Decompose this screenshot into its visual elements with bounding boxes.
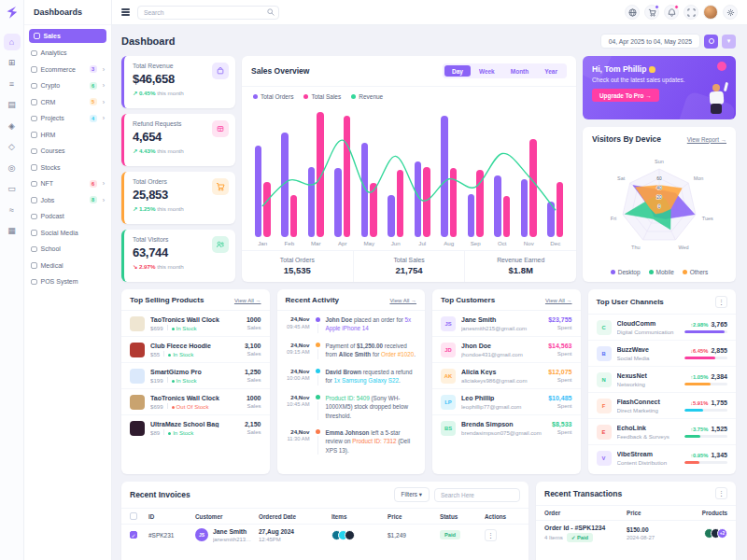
- hamburger-menu-icon[interactable]: [121, 8, 130, 15]
- channel-logo: B: [597, 346, 612, 361]
- date-dropdown-button[interactable]: ▾: [722, 35, 736, 49]
- view-report-link[interactable]: View Report →: [687, 136, 726, 143]
- legend-item: Desktop: [611, 269, 641, 275]
- timeline-dot: [316, 369, 320, 373]
- filters-button[interactable]: Filters ▾: [394, 487, 430, 502]
- channel-list-item: B BuzzWave Social Media ↓6.45% 2,855: [588, 340, 737, 366]
- card-title: Top Selling Products: [130, 296, 204, 304]
- sidebar-item[interactable]: Medical: [24, 258, 111, 274]
- circle-icon: [709, 38, 714, 44]
- channel-logo: N: [597, 372, 612, 387]
- period-tab[interactable]: Week: [472, 65, 502, 77]
- sidebar-item[interactable]: Jobs 8 ›: [24, 192, 111, 209]
- card-title: Recent Activity: [286, 296, 340, 304]
- date-refresh-button[interactable]: [704, 35, 718, 49]
- pages-icon[interactable]: ▤: [4, 96, 21, 113]
- language-globe-icon[interactable]: [625, 5, 640, 20]
- sidebar-item[interactable]: NFT 6 ›: [24, 175, 111, 192]
- upgrade-promo-card: Hi, Tom Phillip Check out the latest sal…: [583, 56, 736, 119]
- sidebar-item[interactable]: Analytics: [24, 45, 111, 62]
- channel-bar-fill: [684, 383, 711, 385]
- sidebar-item[interactable]: Projects 4 ›: [24, 110, 111, 127]
- explore-icon[interactable]: ◎: [4, 160, 21, 176]
- select-all-checkbox[interactable]: [130, 512, 137, 520]
- notifications-bell-icon[interactable]: [664, 5, 679, 20]
- sidebar-item-label: Ecommerce: [41, 66, 76, 73]
- brand-logo-icon[interactable]: [5, 6, 19, 20]
- sidebar-item-badge: 5: [90, 98, 97, 105]
- sidebar-item-label: Stocks: [41, 164, 61, 171]
- sidebar-item[interactable]: CRM 5 ›: [24, 94, 111, 111]
- sidebar-item[interactable]: Podcast: [24, 208, 111, 225]
- customer-avatar: JD: [441, 343, 456, 357]
- charts-icon[interactable]: ≈: [4, 202, 21, 218]
- upgrade-pro-button[interactable]: Upgrade To Pro →: [592, 89, 659, 102]
- tables-icon[interactable]: ▦: [4, 222, 21, 239]
- chart-legend: Total Orders Total Sales Revenue: [253, 93, 565, 100]
- sidebar-item[interactable]: Crypto 6 ›: [24, 77, 111, 94]
- promo-greeting: Hi, Tom Phillip: [592, 64, 726, 74]
- sidebar-item[interactable]: HRM: [24, 127, 111, 144]
- channel-bar-fill: [684, 330, 725, 333]
- visitors-by-device-card: Visitors By Device View Report → SunMonT…: [583, 127, 736, 282]
- row-checkbox[interactable]: ✓: [130, 531, 137, 539]
- view-all-link[interactable]: View All →: [234, 298, 261, 303]
- customer-email: aliciakeys986@gmail.com: [461, 377, 543, 384]
- activity-item: 24,Nov09:45 AM John Doe placed an order …: [277, 311, 426, 337]
- channel-trend: ↑2.98%: [690, 322, 708, 328]
- customer-name: Alicia Keys: [461, 369, 543, 375]
- invoice-search-input[interactable]: [434, 488, 520, 502]
- date-range-picker[interactable]: 04, Apr 2025 to 04, May 2025: [600, 34, 700, 49]
- sidebar-nav: Sales Analytics Ecommerce 3 ›: [24, 25, 111, 290]
- apps-grid-icon[interactable]: ⊞: [4, 54, 21, 71]
- row-actions-icon[interactable]: ⋮: [485, 529, 497, 541]
- more-options-icon[interactable]: ⋮: [715, 296, 727, 308]
- sidebar-item[interactable]: Courses: [24, 143, 111, 160]
- channel-name: CloudComm: [617, 320, 680, 327]
- cart-icon[interactable]: [644, 5, 659, 20]
- sidebar-item-label: Projects: [41, 115, 64, 121]
- product-meta: $89In Stock: [150, 429, 239, 436]
- home-icon[interactable]: ⌂: [4, 34, 21, 50]
- activity-text: Payment of $1,250.00 received from Alice…: [326, 342, 417, 359]
- period-tab[interactable]: Month: [503, 65, 537, 77]
- more-options-icon[interactable]: ⋮: [715, 487, 727, 499]
- sidebar-item[interactable]: Sales: [29, 29, 106, 43]
- sidebar-item[interactable]: POS System: [24, 273, 111, 290]
- fullscreen-icon[interactable]: [684, 5, 698, 20]
- topbar: [112, 0, 747, 25]
- period-tab[interactable]: Year: [537, 65, 565, 77]
- chart-footer: Total Orders15,535 Total Sales21,754 Rev…: [242, 250, 576, 283]
- components-icon[interactable]: ◈: [4, 118, 21, 134]
- product-name: TaoTronics Wall Clock: [150, 316, 241, 323]
- product-meta: $55In Stock: [150, 351, 239, 357]
- product-thumbnail: [130, 343, 145, 357]
- customer-email: brendasimpson075@gmail.com: [461, 429, 546, 436]
- sidebar-item[interactable]: Stocks: [24, 160, 111, 176]
- menu-item-icon: [31, 164, 37, 171]
- product-name: TaoTronics Wall Clock: [150, 395, 241, 401]
- sidebar-item[interactable]: Ecommerce 3 ›: [24, 62, 111, 78]
- settings-gear-icon[interactable]: [723, 5, 738, 20]
- search-input[interactable]: [137, 6, 279, 20]
- channel-name: FlashConnect: [617, 399, 680, 405]
- user-avatar[interactable]: [703, 5, 718, 20]
- menu-item-icon: [31, 66, 37, 73]
- layers-icon[interactable]: ≡: [4, 76, 21, 92]
- sidebar-item[interactable]: Social Media: [24, 225, 111, 242]
- period-tab[interactable]: Day: [444, 65, 471, 77]
- cards-icon[interactable]: ▭: [4, 180, 21, 197]
- view-all-link[interactable]: View All →: [545, 298, 572, 303]
- sidebar-item-badge: 6: [90, 82, 97, 90]
- sidebar-item[interactable]: School: [24, 241, 111, 258]
- customer-email: jhondoe431@gmail.com: [461, 351, 543, 357]
- chevron-right-icon: ›: [103, 82, 105, 89]
- customer-name: Brenda Simpson: [461, 421, 546, 427]
- transactions-table-header: Order Price Products: [536, 505, 736, 521]
- view-all-link[interactable]: View All →: [389, 298, 416, 303]
- card-title: Visitors By Device: [592, 134, 661, 144]
- channel-bar-fill: [684, 435, 700, 438]
- widgets-icon[interactable]: ◇: [4, 138, 21, 155]
- invoice-price: $1,249: [388, 532, 436, 539]
- stat-trend: ↗ 1.25% this month: [133, 205, 228, 212]
